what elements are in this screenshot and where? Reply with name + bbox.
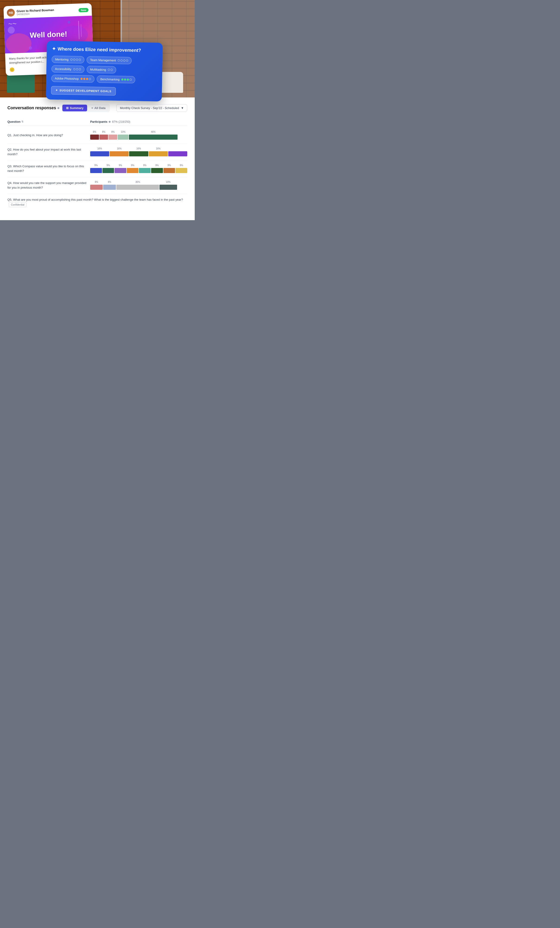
- chevron-down-icon: ▼: [181, 106, 184, 110]
- improvement-title-text: Where does Elize need improvement?: [58, 46, 141, 53]
- responses-table: Question ⇅ Participants 87% (218/250) Q1…: [8, 118, 187, 211]
- bar-track-q4: [90, 185, 187, 190]
- dot-filled: [81, 78, 83, 80]
- dot: [126, 60, 128, 62]
- skill-team-management: Team Management: [87, 56, 132, 64]
- bar-label: 9%: [163, 164, 175, 166]
- participants-header-text: Participants: [90, 120, 107, 124]
- svg-point-2: [8, 26, 15, 34]
- bar-area-q1: 8% 8% 8% 10% 46%: [90, 131, 187, 140]
- skill-multitasking: Multitasking: [87, 66, 116, 73]
- bar-segment: [175, 168, 187, 173]
- question-text-q4: Q4. How would you rate the support you m…: [8, 181, 90, 190]
- dot: [73, 68, 75, 70]
- column-header-question: Question ⇅: [8, 120, 90, 124]
- spark-icon: ✦: [52, 46, 56, 52]
- table-header: Question ⇅ Participants 87% (218/250): [8, 118, 187, 126]
- dot-filled: [124, 79, 126, 81]
- bar-area-q2: 16% 16% 16% 16%: [90, 147, 187, 156]
- sort-icon[interactable]: ⇅: [21, 120, 23, 123]
- bar-segment: [90, 168, 102, 173]
- question-text-q3: Q3. Which Compass value would you like t…: [8, 164, 90, 173]
- dot: [118, 60, 120, 61]
- suggest-goals-button[interactable]: ✦ SUGGEST DEVELOPMENT GOALS: [51, 86, 116, 96]
- svg-point-0: [6, 33, 32, 53]
- skill-accessibility: Accessibility: [52, 65, 84, 73]
- bar-segment: [129, 134, 178, 140]
- panel-title-text: Conversation responses: [8, 105, 56, 110]
- bar-label: 16%: [149, 147, 168, 150]
- dot: [76, 68, 78, 70]
- bar-labels-q4: 8% 8% 36% 10%: [90, 181, 187, 183]
- participants-count: 87% (218/250): [112, 120, 130, 124]
- tab-summary[interactable]: ⊞ Summary: [62, 105, 87, 111]
- bar-label: 9%: [151, 164, 163, 166]
- dot: [89, 78, 91, 80]
- tab-all-data-label: All Data: [94, 106, 105, 110]
- bar-segment: [160, 185, 177, 190]
- bar-segment: [151, 168, 163, 173]
- dropdown-label: Monthly Check Survey - Sep'22 - Schedule…: [120, 106, 179, 110]
- question-header-text: Question: [8, 120, 20, 124]
- panel-left: Conversation responses ⊞ Summary ≡ All D…: [8, 104, 110, 112]
- bar-label: 8%: [108, 131, 117, 133]
- bar-segment: [110, 151, 129, 156]
- panel-header: Conversation responses ⊞ Summary ≡ All D…: [8, 104, 187, 112]
- table-row: Q3. Which Compass value would you like t…: [8, 160, 187, 177]
- skill-dots-mentoring: [70, 58, 81, 61]
- bar-label: 10%: [160, 181, 177, 183]
- dot: [120, 60, 123, 61]
- bar-segment: [108, 134, 117, 140]
- skill-name-mentoring: Mentoring: [55, 58, 68, 61]
- avatar: RB: [7, 9, 15, 17]
- bar-label: 16%: [129, 147, 148, 150]
- skill-benchmarking: Benchmarking: [97, 75, 135, 83]
- bar-segment: [103, 185, 116, 190]
- summary-icon: ⊞: [66, 106, 68, 110]
- skills-grid: Mentoring Team Management: [51, 56, 157, 84]
- skill-name-team-management: Team Management: [90, 58, 116, 62]
- dot: [108, 69, 110, 71]
- tab-summary-label: Summary: [70, 106, 84, 110]
- bar-label: 8%: [103, 181, 116, 183]
- question-text-q1: Q1. Just checking in. How are you doing?: [8, 133, 90, 137]
- bar-label: 8%: [90, 181, 103, 183]
- participants-info-icon: [109, 121, 111, 123]
- bar-track-q3: [90, 168, 187, 173]
- bar-label: 9%: [102, 164, 114, 166]
- bar-label: 8%: [99, 131, 108, 133]
- bar-segment: [139, 168, 151, 173]
- table-row-q5: Q5. What are you most proud of accomplis…: [8, 194, 187, 211]
- improvement-card: ✦ Where does Elize need improvement? Men…: [46, 41, 163, 102]
- tab-all-data[interactable]: ≡ All Data: [88, 105, 109, 111]
- bar-segment: [102, 168, 114, 173]
- dot: [76, 59, 78, 61]
- bar-label: 16%: [110, 147, 129, 150]
- background-area: RB Given to Richard Bowman 04/08/2024 Ne…: [0, 0, 195, 98]
- improvement-title: ✦ Where does Elize need improvement?: [52, 46, 157, 53]
- bar-label: 9%: [90, 164, 102, 166]
- dot-filled: [122, 78, 123, 81]
- skill-adobe-photoshop: Adobe Photoshop: [51, 75, 94, 82]
- bar-track-q1: [90, 134, 187, 140]
- svg-text:〜〜: 〜〜: [8, 21, 17, 26]
- confidential-badge: Confidential: [9, 202, 26, 208]
- survey-dropdown[interactable]: Monthly Check Survey - Sep'22 - Schedule…: [116, 104, 187, 112]
- bar-segment: [129, 151, 148, 156]
- user-details: Given to Richard Bowman 04/08/2024: [17, 8, 54, 16]
- bar-segment: [99, 134, 108, 140]
- panel-title: Conversation responses: [8, 105, 59, 110]
- dot: [73, 59, 75, 61]
- bar-labels-q2: 16% 16% 16% 16%: [90, 147, 187, 150]
- skill-dots-accessibility: [73, 68, 81, 70]
- bar-area-q3: 9% 9% 9% 9% 9% 9% 9% 9%: [90, 164, 187, 173]
- bar-label: [168, 147, 187, 150]
- svg-point-9: [67, 21, 70, 24]
- new-badge: New: [79, 8, 88, 12]
- dot: [130, 79, 132, 81]
- skill-dots-benchmarking: [122, 78, 132, 81]
- tab-group: ⊞ Summary ≡ All Data: [62, 104, 110, 112]
- dot-filled: [86, 78, 88, 80]
- bar-label: 36%: [116, 181, 159, 183]
- bar-segment: [149, 151, 168, 156]
